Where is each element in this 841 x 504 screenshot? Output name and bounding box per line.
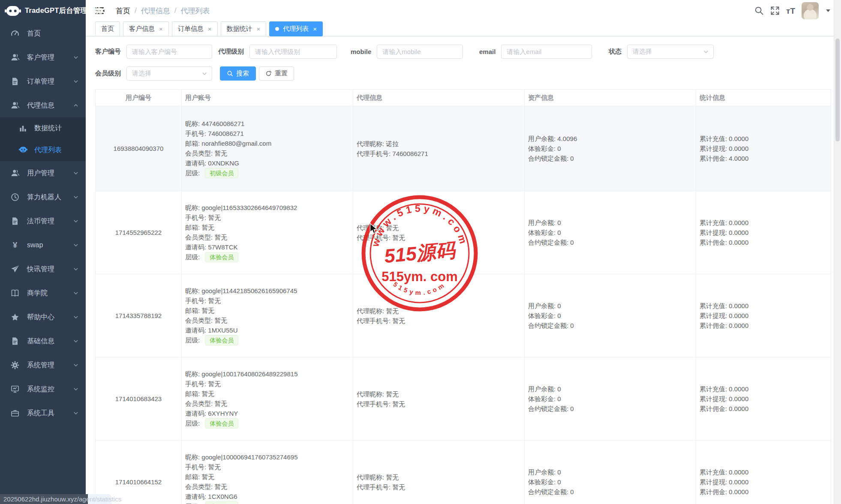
cell-agent-info: 代理昵称: 暂无 代理手机号: 暂无 bbox=[353, 357, 525, 440]
agent-nickname-value: 暂无 bbox=[386, 390, 399, 398]
tab-agent-list[interactable]: 代理列表 × bbox=[269, 21, 323, 36]
close-icon[interactable]: × bbox=[313, 26, 317, 32]
robot-logo-icon bbox=[5, 5, 21, 17]
filter-label: email bbox=[479, 48, 496, 55]
sidebar-item-label: swap bbox=[27, 241, 43, 249]
close-icon[interactable]: × bbox=[159, 26, 163, 32]
font-size-icon[interactable]: тT bbox=[786, 7, 795, 15]
star-icon bbox=[11, 313, 19, 321]
table-row: 1714010664152 昵称: google|100006941760735… bbox=[96, 440, 831, 504]
chevron-down-icon bbox=[73, 170, 79, 176]
nickname-value: google|114421850626165906745 bbox=[201, 287, 297, 294]
invite-code-value: 1CX0NG6 bbox=[208, 493, 237, 500]
sidebar-submenu-agents: 数据统计 代理列表 bbox=[0, 117, 86, 161]
clock-icon bbox=[11, 193, 19, 201]
sidebar-item-orders[interactable]: 订单管理 bbox=[0, 69, 86, 93]
search-icon[interactable] bbox=[754, 6, 764, 15]
chevron-down-icon bbox=[73, 386, 79, 392]
breadcrumb-agent-info[interactable]: 代理信息 bbox=[141, 6, 170, 16]
phone-value: 暂无 bbox=[208, 214, 221, 221]
sidebar-item-agent-list[interactable]: 代理列表 bbox=[0, 139, 86, 161]
cell-statistics: 累计充值: 0.0000 累计提现: 0.0000 累计佣金: 0.0000 bbox=[696, 191, 831, 274]
avatar[interactable] bbox=[802, 2, 819, 19]
sidebar-item-label: 系统监控 bbox=[27, 385, 54, 394]
vertical-scrollbar[interactable] bbox=[834, 0, 841, 504]
cell-agent-info: 代理昵称: 暂无 代理手机号: 暂无 bbox=[353, 274, 525, 357]
sidebar-item-help-center[interactable]: 帮助中心 bbox=[0, 305, 86, 329]
breadcrumb-home[interactable]: 首页 bbox=[116, 6, 130, 16]
filter-label: 会员级别 bbox=[95, 69, 121, 78]
cell-asset-info: 用户余额: 0 体验彩金: 0 合约锁定金额: 0 bbox=[525, 191, 696, 274]
user-id: 16938804090370 bbox=[114, 145, 164, 152]
tab-home[interactable]: 首页 bbox=[95, 21, 120, 36]
sidebar-item-data-statistics[interactable]: 数据统计 bbox=[0, 117, 86, 139]
user-id: 1714010683423 bbox=[115, 395, 162, 402]
sidebar-item-system-monitor[interactable]: 系统监控 bbox=[0, 377, 86, 401]
mobile-input[interactable] bbox=[377, 45, 463, 59]
user-id: 1714552965222 bbox=[115, 229, 162, 236]
sidebar-item-swap[interactable]: ¥ swap bbox=[0, 233, 86, 257]
customer-no-input[interactable] bbox=[126, 45, 212, 59]
cell-agent-info: 代理昵称: 诺拉 代理手机号: 7460086271 bbox=[353, 106, 525, 191]
scrollbar-thumb[interactable] bbox=[835, 39, 840, 141]
level-badge: 体验会员 bbox=[205, 501, 238, 504]
level-badge: 体验会员 bbox=[205, 252, 238, 262]
total-recharge-value: 0.0000 bbox=[729, 385, 748, 393]
sidebar-item-system-management[interactable]: 系统管理 bbox=[0, 353, 86, 377]
balance-value: 0 bbox=[557, 219, 561, 226]
sidebar-item-basic-info[interactable]: 基础信息 bbox=[0, 329, 86, 353]
invite-code-value: 0XNDKNG bbox=[208, 159, 239, 167]
sidebar: TradeGPT后台管理系统 首页 客户管理 bbox=[0, 0, 86, 504]
chevron-down-icon bbox=[73, 194, 79, 200]
status-select[interactable]: 请选择 bbox=[627, 45, 714, 59]
breadcrumb: 首页 / 代理信息 / 代理列表 bbox=[116, 6, 210, 16]
sidebar-item-business-school[interactable]: 商学院 bbox=[0, 281, 86, 305]
email-value: 暂无 bbox=[201, 307, 214, 314]
avatar-caret-icon[interactable] bbox=[826, 9, 830, 12]
search-button[interactable]: 搜索 bbox=[220, 66, 256, 81]
filter-label: 客户编号 bbox=[95, 48, 121, 56]
agent-table: 用户编号 用户账号 代理信息 资产信息 统计信息 16938804090370 … bbox=[95, 89, 831, 504]
breadcrumb-agent-list: 代理列表 bbox=[180, 6, 210, 16]
sidebar-item-customers[interactable]: 客户管理 bbox=[0, 45, 86, 69]
sidebar-item-system-tools[interactable]: 系统工具 bbox=[0, 401, 86, 425]
sidebar-item-mining-robot[interactable]: 算力机器人 bbox=[0, 185, 86, 209]
col-header-agent-info: 代理信息 bbox=[353, 90, 525, 106]
chevron-down-icon bbox=[73, 54, 79, 60]
close-icon[interactable]: × bbox=[257, 26, 261, 32]
email-input[interactable] bbox=[501, 45, 592, 59]
invite-code-value: 6XYHYNY bbox=[208, 410, 238, 417]
member-type-value: 暂无 bbox=[214, 150, 227, 157]
reset-button[interactable]: 重置 bbox=[259, 66, 294, 81]
tab-customer-info[interactable]: 客户信息 × bbox=[123, 21, 169, 36]
table-row: 1714335788192 昵称: google|114421850626165… bbox=[96, 274, 831, 357]
filter-label: 状态 bbox=[609, 48, 622, 56]
sidebar-item-home[interactable]: 首页 bbox=[0, 21, 86, 45]
chevron-down-icon bbox=[703, 49, 709, 55]
sidebar-item-users[interactable]: 用户管理 bbox=[0, 161, 86, 185]
fullscreen-icon[interactable] bbox=[770, 6, 780, 15]
sidebar-item-label: 系统工具 bbox=[27, 409, 54, 418]
sidebar-item-agents[interactable]: 代理信息 bbox=[0, 93, 86, 117]
member-level-select[interactable]: 请选择 bbox=[126, 66, 212, 81]
tab-data-statistics[interactable]: 数据统计 × bbox=[221, 21, 267, 36]
close-icon[interactable]: × bbox=[208, 26, 212, 32]
cell-user-account: 昵称: google|116533302664649709832 手机号: 暂无… bbox=[182, 191, 353, 274]
sidebar-item-fiat[interactable]: 法币管理 bbox=[0, 209, 86, 233]
cell-asset-info: 用户余额: 0 体验彩金: 0 合约锁定金额: 0 bbox=[525, 441, 696, 504]
agent-level-input[interactable] bbox=[249, 45, 337, 59]
nickname-value: google|116533302664649709832 bbox=[201, 204, 297, 211]
total-withdraw-value: 0.0000 bbox=[729, 478, 748, 486]
tab-order-info[interactable]: 订单信息 × bbox=[172, 21, 218, 36]
sidebar-item-label: 帮助中心 bbox=[27, 313, 54, 322]
sidebar-item-news[interactable]: 快讯管理 bbox=[0, 257, 86, 281]
sidebar-item-label: 代理列表 bbox=[34, 146, 62, 155]
total-recharge-value: 0.0000 bbox=[729, 302, 748, 309]
sidebar-item-label: 法币管理 bbox=[27, 217, 54, 226]
tag-view-bar: 首页 客户信息 × 订单信息 × 数据统计 × 代理列表 × bbox=[86, 21, 834, 36]
phone-value: 7460086271 bbox=[208, 130, 243, 137]
cell-user-account: 昵称: google|114421850626165906745 手机号: 暂无… bbox=[182, 274, 353, 357]
member-type-value: 暂无 bbox=[214, 483, 227, 490]
users-icon bbox=[11, 101, 19, 110]
active-tab-dot bbox=[275, 27, 279, 31]
